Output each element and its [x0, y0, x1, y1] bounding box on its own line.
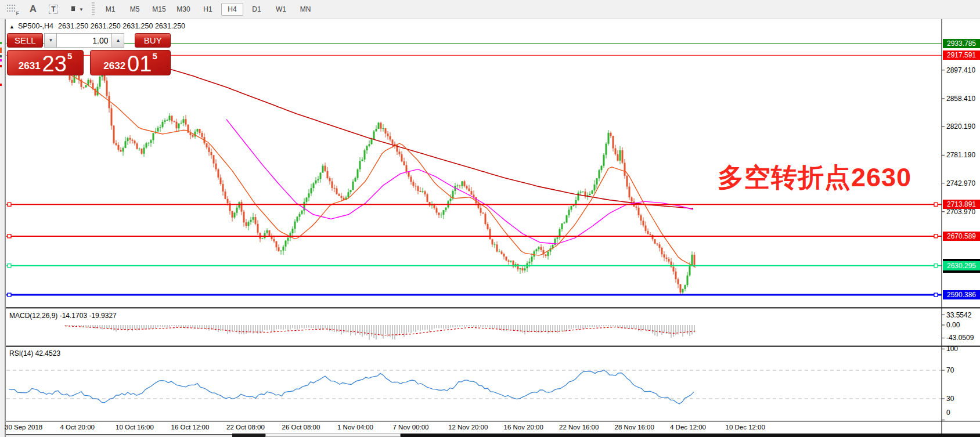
chart-text-annotation[interactable]: 多空转折点2630: [718, 160, 911, 195]
date-label-0: 30 Sep 2018: [5, 424, 42, 431]
macd-tick--43.0509: -43.0509: [946, 334, 974, 342]
price-badge-2590.386: 2590.386: [943, 290, 980, 299]
toolbar: F A T ▼ M1M5M15M30H1H4D1W1MN: [0, 0, 980, 19]
timeframe-button-m5[interactable]: M5: [124, 3, 146, 16]
mt4-terminal: F A T ▼ M1M5M15M30H1H4D1W1MN ▲SP5: [0, 0, 980, 437]
date-label-6: 1 Nov 04:00: [337, 424, 373, 431]
date-label-2: 10 Oct 16:00: [116, 424, 154, 431]
volume-decrease-button[interactable]: ▼: [44, 33, 57, 48]
volume-increase-button[interactable]: ▲: [111, 33, 124, 48]
sell-price-tile[interactable]: 2631 23 5: [7, 50, 84, 75]
sell-price-sup: 5: [67, 52, 72, 60]
rsi-tick-100: 100: [946, 345, 958, 353]
date-label-5: 26 Oct 08:00: [282, 424, 320, 431]
macd-tick-33.5542: 33.5542: [946, 311, 971, 319]
collapse-arrow-icon[interactable]: ▲: [9, 24, 15, 30]
timeframe-button-mn[interactable]: MN: [294, 3, 316, 16]
date-label-4: 22 Oct 08:00: [226, 424, 265, 431]
rsi-label: RSI(14) 42.4523: [9, 349, 60, 357]
label-tool-icon[interactable]: A: [26, 2, 41, 16]
timeframe-button-h1[interactable]: H1: [197, 3, 219, 16]
rsi-tick-70: 70: [946, 366, 954, 374]
date-label-11: 28 Nov 16:00: [615, 424, 654, 431]
text-tool-icon[interactable]: T: [46, 2, 61, 16]
date-label-1: 4 Oct 20:00: [60, 424, 95, 431]
timeframe-button-m15[interactable]: M15: [148, 3, 170, 16]
date-label-7: 7 Nov 00:00: [393, 424, 429, 431]
objects-arrows-icon[interactable]: ▼: [66, 2, 86, 16]
indicator-list-icon[interactable]: F: [5, 2, 20, 16]
price-badge-2630.295: 2630.295: [943, 261, 980, 270]
toolbar-separator: [92, 2, 95, 16]
bottom-edge-bar: [401, 434, 980, 437]
date-label-13: 10 Dec 12:00: [726, 424, 765, 431]
rsi-tick-30: 30: [946, 395, 954, 403]
timeframe-button-m1[interactable]: M1: [99, 3, 121, 16]
one-click-trade-panel: SELL ▼ ▲ BUY 2631 23 5 2632 01 5: [7, 33, 171, 75]
timeframe-button-w1[interactable]: W1: [270, 3, 292, 16]
buy-button[interactable]: BUY: [135, 33, 171, 48]
symbol-timeframe: SP500-,H4: [18, 22, 53, 30]
sell-price-big: 23: [42, 55, 67, 73]
price-badge-2670.589: 2670.589: [943, 232, 980, 241]
price-badge-2917.591: 2917.591: [943, 50, 980, 60]
date-label-3: 16 Oct 12:00: [171, 424, 210, 431]
date-label-10: 22 Nov 16:00: [559, 424, 599, 431]
price-badge-2933.785: 2933.785: [943, 39, 980, 48]
buy-price-tile[interactable]: 2632 01 5: [90, 50, 171, 75]
price-tick-2820.190: 2820.190: [946, 122, 975, 131]
price-tick-2858.410: 2858.410: [946, 95, 975, 103]
buy-price-prefix: 2632: [103, 61, 125, 71]
timeframe-button-m30[interactable]: M30: [172, 3, 194, 16]
date-label-8: 12 Nov 20:00: [448, 424, 488, 431]
timeframe-bar: M1M5M15M30H1H4D1W1MN: [98, 3, 318, 16]
date-label-9: 16 Nov 20:00: [504, 424, 543, 431]
dash-grid-icon: F: [7, 4, 19, 15]
date-label-12: 4 Dec 12:00: [670, 424, 706, 431]
dropdown-caret-icon: ▼: [79, 7, 84, 12]
bottom-edge-light: [265, 434, 401, 437]
volume-input[interactable]: [57, 33, 111, 48]
timeframe-button-d1[interactable]: D1: [246, 3, 268, 16]
price-tick-2897.410: 2897.410: [946, 66, 975, 74]
window-edge-strip: [0, 19, 6, 437]
buy-price-big: 01: [127, 55, 152, 73]
macd-tick-0.00: 0.00: [946, 321, 960, 329]
timeframe-button-h4[interactable]: H4: [221, 3, 243, 16]
volume-stepper: ▼ ▲: [44, 33, 124, 48]
rsi-tick-0: 0: [946, 409, 950, 417]
bottom-edge-dark: [232, 434, 265, 437]
chart-title: ▲SP500-,H42631.250 2631.250 2631.250 263…: [9, 22, 185, 30]
price-tick-2781.190: 2781.190: [946, 151, 975, 159]
price-badge-2713.891: 2713.891: [943, 200, 980, 209]
price-tick-2742.970: 2742.970: [946, 179, 975, 187]
buy-price-sup: 5: [152, 52, 157, 60]
sell-price-prefix: 2631: [19, 61, 41, 71]
sell-button[interactable]: SELL: [7, 33, 43, 48]
macd-label: MACD(12,26,9) -14.1703 -19.9327: [9, 312, 117, 320]
ohlc-values: 2631.250 2631.250 2631.250 2631.250: [58, 22, 185, 30]
